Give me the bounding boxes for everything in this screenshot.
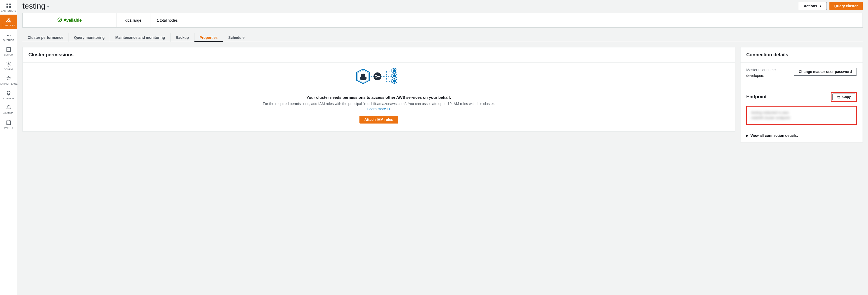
- tab-query-monitoring[interactable]: Query monitoring: [69, 33, 110, 42]
- sidebar-item-label: EVENTS: [4, 126, 13, 129]
- dashboard-icon: [6, 3, 11, 9]
- sidebar-item-label: ADVISOR: [3, 97, 14, 100]
- permissions-empty-state: Your cluster needs permissions to access…: [23, 63, 735, 131]
- tab-schedule[interactable]: Schedule: [223, 33, 250, 42]
- sidebar-item-alarms[interactable]: ALARMS: [0, 102, 17, 117]
- tabs: Cluster performance Query monitoring Mai…: [23, 33, 863, 42]
- cluster-permissions-panel: Cluster permissions: [23, 47, 735, 132]
- external-link-icon: [387, 107, 390, 110]
- svg-rect-2: [6, 6, 8, 8]
- sidebar-item-advisor[interactable]: ADVISOR: [0, 88, 17, 102]
- copy-button-label: Copy: [842, 95, 851, 99]
- svg-point-6: [9, 21, 11, 23]
- header-actions: Actions ▼ Query cluster: [799, 2, 863, 10]
- svg-rect-3: [9, 6, 10, 8]
- marketplace-icon: [6, 76, 11, 81]
- status-spacer: [184, 13, 863, 27]
- clusters-icon: [6, 18, 11, 23]
- sidebar-item-label: EDITOR: [4, 54, 13, 56]
- svg-rect-0: [6, 4, 8, 5]
- tab-cluster-performance[interactable]: Cluster performance: [23, 33, 69, 42]
- status-node-type: dc2.large: [117, 13, 150, 27]
- copy-endpoint-button[interactable]: Copy: [832, 94, 856, 100]
- sidebar-item-label: DASHBOARD: [1, 10, 17, 12]
- sidebar-item-clusters[interactable]: CLUSTERS: [0, 14, 17, 29]
- editor-icon: [6, 47, 11, 53]
- check-circle-icon: [57, 18, 62, 23]
- permissions-empty-desc: For the required permissions, add IAM ro…: [31, 102, 727, 106]
- caret-down-icon: ▼: [819, 5, 822, 7]
- config-icon: [6, 61, 11, 67]
- svg-rect-1: [9, 4, 10, 5]
- events-icon: [6, 120, 11, 125]
- copy-button-highlight: Copy: [831, 92, 857, 102]
- page-header: testing ▼ Actions ▼ Query cluster: [17, 0, 868, 13]
- svg-rect-24: [838, 96, 840, 98]
- view-all-label: View all connection details.: [750, 133, 798, 138]
- panel-title: Connection details: [741, 47, 863, 63]
- sidebar-item-label: ALARMS: [3, 112, 13, 114]
- endpoint-value-box: testing redacted rs aws redshift cluster…: [746, 106, 857, 125]
- node-count-value: 1: [157, 18, 159, 23]
- actions-button[interactable]: Actions ▼: [799, 2, 827, 10]
- status-availability-label: Available: [64, 18, 82, 23]
- page-title: testing ▼: [23, 2, 50, 10]
- svg-rect-7: [6, 48, 10, 52]
- tab-maintenance-monitoring[interactable]: Maintenance and monitoring: [110, 33, 170, 42]
- tab-properties[interactable]: Properties: [194, 33, 223, 42]
- attach-iam-roles-button[interactable]: Attach IAM roles: [360, 116, 398, 124]
- sidebar-item-marketplace[interactable]: MARKETPLACE: [0, 73, 17, 88]
- panel-title: Cluster permissions: [23, 47, 735, 63]
- sidebar-item-events[interactable]: EVENTS: [0, 117, 17, 131]
- master-user-row: Master user name developers Change maste…: [746, 68, 857, 83]
- learn-more-link[interactable]: Learn more: [367, 107, 390, 111]
- tab-backup[interactable]: Backup: [170, 33, 194, 42]
- learn-more-label: Learn more: [367, 107, 386, 111]
- sidebar-item-config[interactable]: CONFIG: [0, 58, 17, 73]
- queries-icon: [6, 32, 11, 38]
- svg-point-8: [8, 63, 9, 65]
- caret-down-icon[interactable]: ▼: [46, 5, 50, 9]
- alarms-icon: [6, 105, 11, 111]
- permissions-empty-title: Your cluster needs permissions to access…: [31, 95, 727, 100]
- cluster-name: testing: [23, 2, 45, 10]
- caret-right-icon: ▶: [746, 134, 748, 137]
- endpoint-value-redacted: testing redacted rs aws redshift cluster…: [751, 110, 852, 121]
- main-content: testing ▼ Actions ▼ Query cluster Availa…: [17, 0, 868, 295]
- sidebar-item-queries[interactable]: QUERIES: [0, 29, 17, 44]
- status-bar: Available dc2.large 1 total nodes: [23, 13, 863, 28]
- sidebar-item-label: CONFIG: [4, 68, 13, 71]
- sidebar-item-dashboard[interactable]: DASHBOARD: [0, 0, 17, 14]
- content-area: Cluster permissions: [17, 42, 868, 147]
- status-node-count: 1 total nodes: [150, 13, 184, 27]
- master-user-label: Master user name: [746, 68, 776, 72]
- copy-icon: [837, 95, 840, 99]
- query-cluster-button[interactable]: Query cluster: [830, 2, 863, 10]
- sidebar-item-label: CLUSTERS: [2, 24, 15, 27]
- change-master-password-button[interactable]: Change master user password: [794, 68, 857, 75]
- status-availability: Available: [23, 13, 117, 27]
- sidebar-item-editor[interactable]: EDITOR: [0, 44, 17, 58]
- endpoint-title: Endpoint: [746, 94, 767, 100]
- left-sidebar: DASHBOARD CLUSTERS QUERIES EDITOR CONFIG…: [0, 0, 17, 295]
- permissions-illustration-icon: [349, 67, 409, 91]
- endpoint-header: Endpoint Copy: [741, 88, 863, 104]
- connection-details-panel: Connection details Master user name deve…: [740, 47, 863, 142]
- actions-button-label: Actions: [804, 4, 817, 8]
- sidebar-item-label: QUERIES: [3, 39, 14, 41]
- advisor-icon: [6, 91, 11, 96]
- svg-point-5: [6, 21, 8, 23]
- connection-body: Master user name developers Change maste…: [741, 63, 863, 88]
- master-user-value: developers: [746, 73, 776, 78]
- sidebar-item-label: MARKETPLACE: [0, 83, 18, 85]
- node-count-unit: total nodes: [160, 18, 178, 23]
- view-all-connection-details[interactable]: ▶ View all connection details.: [741, 129, 863, 142]
